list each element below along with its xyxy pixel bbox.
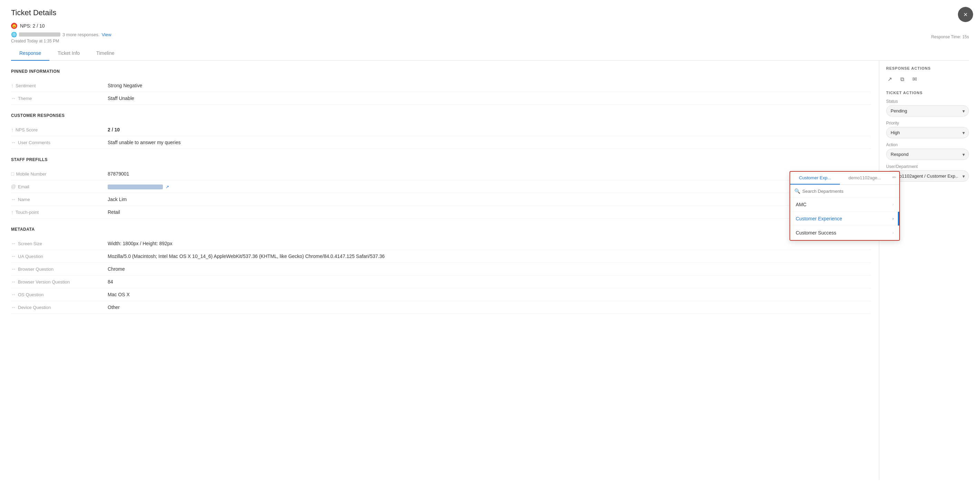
- touchpoint-icon: ↑: [11, 209, 13, 215]
- touchpoint-value: Retail: [108, 209, 870, 215]
- ua-icon: ↔: [11, 253, 16, 259]
- os-icon: ↔: [11, 292, 16, 297]
- close-button[interactable]: ×: [958, 7, 973, 22]
- chevron-customer-success: ›: [892, 230, 894, 235]
- dept-tabs: Customer Exp... demo1102age... ✏: [790, 172, 899, 185]
- ticket-actions-title: TICKET ACTIONS: [886, 91, 969, 95]
- tabs-bar: Response Ticket Info Timeline: [11, 46, 969, 61]
- copy-action[interactable]: ⧉: [899, 75, 905, 84]
- right-sidebar: RESPONSE ACTIONS ↗ ⧉ ✉ TICKET ACTIONS St…: [879, 61, 969, 480]
- user-comments-label: ↔ User Comments: [11, 140, 108, 145]
- dept-name-customer-experience: Customer Experience: [796, 216, 842, 221]
- priority-select[interactable]: High Medium Low: [886, 127, 969, 138]
- dept-search-area: 🔍: [790, 185, 899, 198]
- email-icon: @: [11, 184, 16, 189]
- browser-icon: ↔: [11, 266, 16, 272]
- customer-responses-title: CUSTOMER RESPONSES: [11, 113, 870, 118]
- status-label: Status: [886, 99, 969, 104]
- email-blur: [19, 32, 60, 37]
- metadata-title: METADATA: [11, 227, 870, 232]
- dept-item-customer-success[interactable]: Customer Success ›: [790, 226, 899, 240]
- pinned-section: PINNED INFORMATION ↑ Sentiment Strong Ne…: [11, 69, 870, 105]
- staff-prefills-section: STAFF PREFILLS □ Mobile Number 87879001 …: [11, 157, 870, 219]
- dept-tab-user[interactable]: demo1102age...: [840, 172, 889, 184]
- theme-label: ↔ Theme: [11, 95, 108, 101]
- customer-responses-section: CUSTOMER RESPONSES ↑ NPS Score 2 / 10 ↔ …: [11, 113, 870, 149]
- response-time: Response Time: 15s: [931, 35, 969, 39]
- tab-response[interactable]: Response: [11, 46, 49, 61]
- view-link[interactable]: View: [102, 32, 111, 37]
- nps-score-label: ↑ NPS Score: [11, 127, 108, 132]
- mobile-label: □ Mobile Number: [11, 171, 108, 176]
- action-label: Action: [886, 142, 969, 147]
- nps-score-value: 2 / 10: [108, 127, 870, 132]
- dept-name-amc: AMC: [796, 202, 807, 207]
- nps-icon: ↑: [11, 127, 13, 132]
- sentiment-row: ↑ Sentiment Strong Negative: [11, 79, 870, 92]
- mobile-value: 87879001: [108, 171, 870, 176]
- dept-dropdown: Customer Exp... demo1102age... ✏ 🔍 AMC ›…: [789, 171, 900, 241]
- comments-icon: ↔: [11, 140, 16, 145]
- active-bar: [898, 212, 899, 226]
- screen-size-row: ↔ Screen Size Width: 1800px / Height: 89…: [11, 237, 870, 250]
- browser-value: Chrome: [108, 266, 870, 272]
- edit-icon[interactable]: ✏: [889, 172, 899, 184]
- screen-icon: ↔: [11, 241, 16, 246]
- dept-item-amc[interactable]: AMC ›: [790, 198, 899, 212]
- email-ext-link[interactable]: ↗: [165, 184, 169, 189]
- browser-version-value: 84: [108, 279, 870, 285]
- action-icons: ↗ ⧉ ✉: [886, 75, 969, 84]
- dept-search-input[interactable]: [802, 189, 895, 194]
- chevron-amc: ›: [892, 202, 894, 207]
- touchpoint-row: ↑ Touch-point Retail: [11, 206, 870, 219]
- theme-value: Staff Unable: [108, 95, 870, 101]
- pinned-title: PINNED INFORMATION: [11, 69, 870, 74]
- tab-ticket-info[interactable]: Ticket Info: [49, 46, 88, 61]
- ua-value: Mozilla/5.0 (Macintosh; Intel Mac OS X 1…: [108, 253, 870, 259]
- device-row: ↔ Device Question Other: [11, 301, 870, 314]
- mobile-row: □ Mobile Number 87879001: [11, 168, 870, 180]
- browser-version-row: ↔ Browser Version Question 84: [11, 275, 870, 288]
- name-icon: ↔: [11, 197, 16, 202]
- action-select-wrapper: Respond Assign: [886, 149, 969, 160]
- metadata-section: METADATA ↔ Screen Size Width: 1800px / H…: [11, 227, 870, 314]
- tab-timeline[interactable]: Timeline: [88, 46, 123, 61]
- email-row: @ Email ↗: [11, 180, 870, 193]
- user-comments-row: ↔ User Comments Staff unable to answer m…: [11, 136, 870, 149]
- sentiment-icon: ↑: [11, 83, 13, 88]
- search-icon: 🔍: [794, 188, 800, 194]
- status-select-wrapper: Pending Open Resolved: [886, 105, 969, 116]
- response-actions-title: RESPONSE ACTIONS: [886, 66, 969, 70]
- dept-tab-department[interactable]: Customer Exp...: [790, 172, 840, 184]
- dept-list: AMC › Customer Experience › Customer Suc…: [790, 198, 899, 240]
- device-value: Other: [108, 305, 870, 310]
- action-select[interactable]: Respond Assign: [886, 149, 969, 160]
- email-value: ↗: [108, 184, 870, 189]
- os-row: ↔ OS Question Mac OS X: [11, 288, 870, 301]
- email-blur-val: [108, 184, 163, 189]
- staff-prefills-title: STAFF PREFILLS: [11, 157, 870, 162]
- status-select[interactable]: Pending Open Resolved: [886, 105, 969, 116]
- nps-row: 😠 NPS: 2 / 10: [11, 23, 969, 29]
- created-text: Created Today at 1:35 PM: [11, 39, 969, 43]
- nps-badge: 😠: [11, 23, 17, 29]
- nps-label: NPS: 2 / 10: [20, 23, 45, 29]
- theme-icon: ↔: [11, 95, 16, 101]
- sentiment-value: Strong Negative: [108, 83, 870, 88]
- priority-select-wrapper: High Medium Low: [886, 127, 969, 138]
- user-dept-label: User/Department: [886, 164, 969, 169]
- priority-label: Priority: [886, 121, 969, 126]
- browser-version-icon: ↔: [11, 279, 16, 285]
- name-label: ↔ Name: [11, 197, 108, 202]
- ua-row: ↔ UA Question Mozilla/5.0 (Macintosh; In…: [11, 250, 870, 263]
- dept-item-customer-experience[interactable]: Customer Experience ›: [790, 212, 899, 226]
- user-comments-value: Staff unable to answer my queries: [108, 140, 870, 145]
- sentiment-label: ↑ Sentiment: [11, 83, 108, 88]
- chevron-customer-experience: ›: [892, 216, 894, 221]
- dept-name-customer-success: Customer Success: [796, 230, 836, 235]
- theme-row: ↔ Theme Staff Unable: [11, 92, 870, 105]
- name-row: ↔ Name Jack Lim: [11, 193, 870, 206]
- email-action[interactable]: ✉: [911, 75, 918, 84]
- more-responses-text: 3 more responses.: [62, 32, 100, 37]
- external-link-action[interactable]: ↗: [886, 75, 893, 84]
